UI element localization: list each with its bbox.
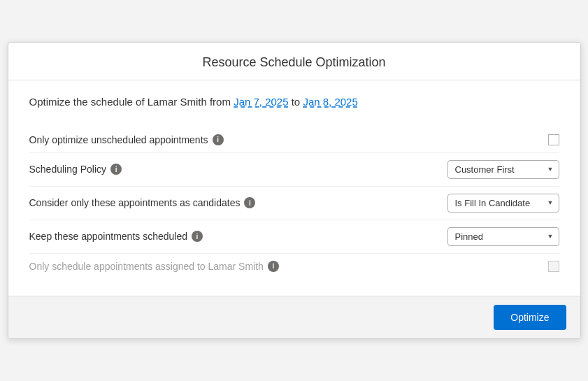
info-icon-assigned-only[interactable]: i bbox=[268, 261, 279, 272]
description-line: Optimize the schedule of Lamar Smith fro… bbox=[29, 94, 559, 110]
row-control-keep-scheduled: Pinned All Appointments bbox=[447, 227, 559, 246]
row-label-unscheduled: Only optimize unscheduled appointments i bbox=[29, 134, 224, 145]
form-row-unscheduled: Only optimize unscheduled appointments i bbox=[29, 127, 559, 153]
modal-wrapper: Resource Schedule Optimization Optimize … bbox=[0, 0, 588, 381]
form-row-candidates: Consider only these appointments as cand… bbox=[29, 187, 559, 220]
from-date-link[interactable]: Jan 7, 2025 bbox=[234, 96, 288, 108]
modal-dialog: Resource Schedule Optimization Optimize … bbox=[8, 42, 581, 339]
description-prefix: Optimize the schedule of Lamar Smith fro… bbox=[29, 96, 234, 108]
modal-body: Optimize the schedule of Lamar Smith fro… bbox=[8, 80, 580, 296]
form-row-keep-scheduled: Keep these appointments scheduled i Pinn… bbox=[29, 220, 559, 254]
label-text-candidates: Consider only these appointments as cand… bbox=[29, 197, 241, 208]
select-candidates[interactable]: Is Fill In Candidate All Appointments bbox=[447, 194, 559, 213]
modal-title: Resource Schedule Optimization bbox=[22, 55, 566, 70]
label-text-unscheduled: Only optimize unscheduled appointments bbox=[29, 134, 208, 145]
checkbox-unscheduled[interactable] bbox=[548, 134, 559, 145]
select-keep-scheduled[interactable]: Pinned All Appointments bbox=[447, 227, 559, 246]
row-label-keep-scheduled: Keep these appointments scheduled i bbox=[29, 231, 203, 242]
modal-header: Resource Schedule Optimization bbox=[8, 43, 580, 80]
description-middle: to bbox=[292, 96, 303, 108]
select-scheduling-policy[interactable]: Customer First Street Level Resource Lev… bbox=[447, 160, 559, 179]
row-label-assigned-only: Only schedule appointments assigned to L… bbox=[29, 261, 279, 272]
row-label-candidates: Consider only these appointments as cand… bbox=[29, 197, 256, 208]
select-wrapper-candidates: Is Fill In Candidate All Appointments bbox=[447, 194, 559, 213]
row-label-scheduling-policy: Scheduling Policy i bbox=[29, 164, 122, 175]
optimize-button[interactable]: Optimize bbox=[494, 305, 566, 330]
row-control-scheduling-policy: Customer First Street Level Resource Lev… bbox=[447, 160, 559, 179]
label-text-keep-scheduled: Keep these appointments scheduled bbox=[29, 231, 188, 242]
form-row-scheduling-policy: Scheduling Policy i Customer First Stree… bbox=[29, 153, 559, 187]
modal-footer: Optimize bbox=[8, 296, 580, 338]
label-text-scheduling-policy: Scheduling Policy bbox=[29, 164, 107, 175]
info-icon-keep-scheduled[interactable]: i bbox=[192, 231, 203, 242]
form-row-assigned-only: Only schedule appointments assigned to L… bbox=[29, 254, 559, 279]
select-wrapper-keep-scheduled: Pinned All Appointments bbox=[447, 227, 559, 246]
row-control-unscheduled bbox=[548, 134, 559, 145]
info-icon-candidates[interactable]: i bbox=[244, 197, 255, 208]
info-icon-scheduling-policy[interactable]: i bbox=[110, 164, 122, 175]
select-wrapper-scheduling-policy: Customer First Street Level Resource Lev… bbox=[447, 160, 559, 179]
label-text-assigned-only: Only schedule appointments assigned to L… bbox=[29, 261, 264, 272]
checkbox-assigned-only bbox=[548, 261, 559, 272]
row-control-candidates: Is Fill In Candidate All Appointments bbox=[447, 194, 559, 213]
row-control-assigned-only bbox=[548, 261, 559, 272]
info-icon-unscheduled[interactable]: i bbox=[213, 134, 224, 145]
to-date-link[interactable]: Jan 8, 2025 bbox=[303, 96, 357, 108]
